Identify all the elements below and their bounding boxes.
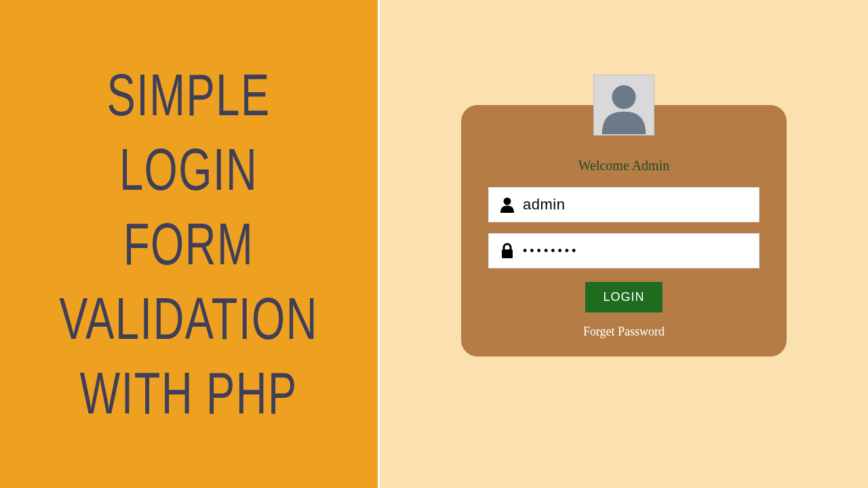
avatar [593,75,654,136]
login-card: Welcome Admin LOGIN Forget Password [461,105,787,357]
svg-point-0 [612,85,635,109]
welcome-text: Welcome Admin [578,158,669,174]
title-stack: SIMPLE LOGIN FORM VALIDATION WITH PHP [9,58,368,430]
user-icon [497,197,517,213]
title-line-3: FORM [60,207,319,281]
forget-password-link[interactable]: Forget Password [583,325,665,339]
password-field[interactable] [488,233,760,268]
title-line-4: VALIDATION [60,281,319,356]
form-panel: Welcome Admin LOGIN Forget Password [380,0,868,488]
login-button[interactable]: LOGIN [585,282,662,312]
title-line-1: SIMPLE [60,58,319,132]
username-field[interactable] [488,187,760,222]
svg-point-1 [504,198,511,205]
svg-rect-2 [502,249,513,258]
password-input[interactable] [517,234,751,268]
lock-icon [497,243,517,259]
user-avatar-icon [594,75,654,135]
title-line-5: WITH PHP [60,356,319,430]
username-input[interactable] [517,188,751,222]
title-line-2: LOGIN [60,132,319,207]
title-panel: SIMPLE LOGIN FORM VALIDATION WITH PHP [0,0,380,488]
